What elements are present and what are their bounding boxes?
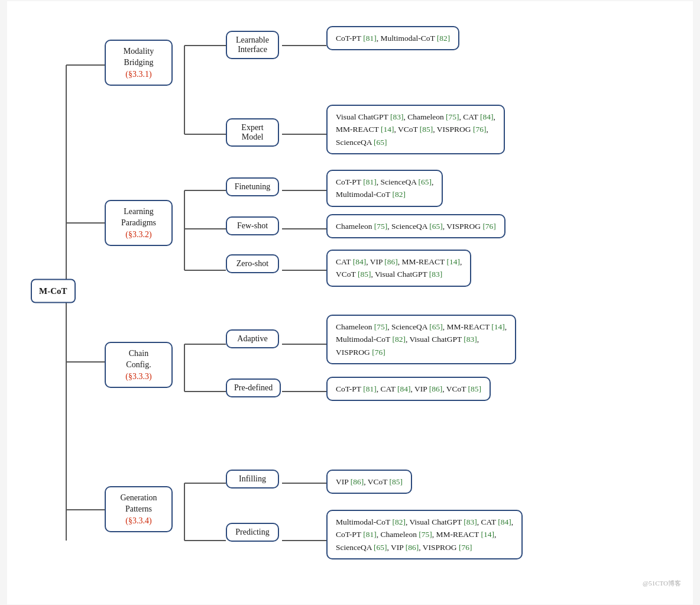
cat-label: GenerationPatterns bbox=[113, 492, 164, 515]
leaf-predefined: CoT-PT [81], CAT [84], VIP [86], VCoT [8… bbox=[326, 377, 491, 402]
leaf-adaptive: Chameleon [75], ScienceQA [65], MM-REACT… bbox=[326, 315, 516, 365]
sub-predefined: Pre-defined bbox=[226, 378, 281, 397]
cat-learning: LearningParadigms (§3.3.2) bbox=[105, 200, 173, 247]
leaf-zeroshot: CAT [84], VIP [86], MM-REACT [14], VCoT … bbox=[326, 250, 471, 287]
leaf-learnable: CoT-PT [81], Multimodal-CoT [82] bbox=[326, 26, 459, 51]
cat-section: (§3.3.2) bbox=[113, 229, 164, 241]
diagram-wrapper: M-CoT ModalityBridging (§3.3.1) Learnabl… bbox=[7, 1, 693, 604]
cat-label: ChainConfig. bbox=[113, 348, 164, 371]
sub-adaptive: Adaptive bbox=[226, 329, 279, 348]
cat-chain: ChainConfig. (§3.3.3) bbox=[105, 342, 173, 389]
sub-expert: ExpertModel bbox=[226, 118, 279, 147]
cat-generation: GenerationPatterns (§3.3.4) bbox=[105, 486, 173, 533]
cat-modality: ModalityBridging (§3.3.1) bbox=[105, 40, 173, 86]
cat-label: LearningParadigms bbox=[113, 206, 164, 229]
leaf-expert: Visual ChatGPT [83], Chameleon [75], CAT… bbox=[326, 105, 505, 155]
sub-infilling: Infilling bbox=[226, 470, 279, 488]
cat-label: ModalityBridging bbox=[113, 46, 164, 69]
sub-predicting: Predicting bbox=[226, 523, 279, 542]
leaf-predicting: Multimodal-CoT [82], Visual ChatGPT [83]… bbox=[326, 510, 523, 560]
cat-section: (§3.3.1) bbox=[113, 69, 164, 80]
sub-learnable: LearnableInterface bbox=[226, 31, 279, 59]
leaf-fewshot: Chameleon [75], ScienceQA [65], VISPROG … bbox=[326, 214, 505, 239]
cat-section: (§3.3.3) bbox=[113, 371, 164, 383]
root-node: M-CoT bbox=[31, 279, 76, 303]
leaf-infilling: VIP [86], VCoT [85] bbox=[326, 470, 412, 494]
sub-finetuning: Finetuning bbox=[226, 177, 279, 196]
cat-section: (§3.3.4) bbox=[113, 515, 164, 527]
sub-fewshot: Few-shot bbox=[226, 216, 279, 235]
watermark: @51CTO博客 bbox=[643, 579, 681, 588]
sub-zeroshot: Zero-shot bbox=[226, 254, 279, 273]
leaf-finetuning: CoT-PT [81], ScienceQA [65], Multimodal-… bbox=[326, 170, 443, 207]
